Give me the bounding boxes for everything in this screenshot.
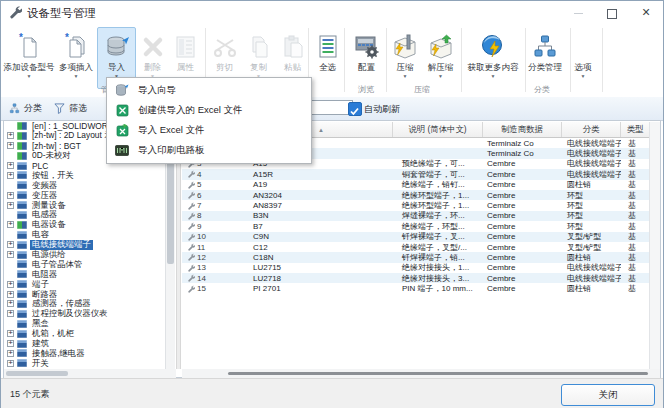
tree-item[interactable]: 端子 <box>4 279 165 289</box>
row-handle-cell[interactable]: 13 <box>182 263 223 272</box>
tab-filter[interactable]: 筛选 <box>49 100 92 116</box>
category-management-button[interactable]: 分类管理 <box>518 27 572 89</box>
tree-expander-icon[interactable] <box>7 202 14 209</box>
tree-expander-icon[interactable] <box>7 281 14 288</box>
tree-item[interactable]: 电线接线端端子 <box>4 240 165 250</box>
table-row[interactable]: 7 AN8397 绝缘环型端子，1... Cembre 环型 基 <box>182 200 649 210</box>
row-handle-cell[interactable]: 6 <box>182 191 223 200</box>
row-number: 11 <box>197 243 205 252</box>
tree-item[interactable]: 感测器，传感器 <box>4 299 165 309</box>
description-cell: 钎焊裸端子，销... <box>393 252 483 263</box>
maximize-button[interactable] <box>595 1 629 24</box>
tree-item-label: 按钮，开关 <box>30 170 76 180</box>
table-row[interactable]: 8 B3N 焊缝裸端子，环... Cembre 环型 基 <box>182 211 649 221</box>
tree-item[interactable]: 电容 <box>4 230 165 240</box>
row-handle-cell[interactable]: 15 <box>182 284 223 293</box>
row-handle-cell[interactable]: 7 <box>182 201 223 210</box>
column-header-type[interactable]: 类型 <box>621 122 649 137</box>
tree-expander-icon[interactable] <box>7 241 14 248</box>
table-row[interactable]: 13 LU2715 绝缘对接接头，1... Cembre 电线接线端端子 基 <box>182 263 649 273</box>
tree-expander-icon[interactable] <box>7 360 14 367</box>
close-dialog-button[interactable]: 关闭 <box>561 384 655 406</box>
scrollbar-thumb[interactable] <box>6 371 68 376</box>
table-row[interactable]: 14 LU2718 绝缘对接接头，3... Cembre 电线接线端端子 基 <box>182 273 649 283</box>
tree-expander-icon[interactable] <box>7 162 14 169</box>
ribbon-separator <box>461 28 462 92</box>
options-button[interactable]: 选项 ▼ <box>567 27 599 89</box>
tree-item[interactable]: 过程控制及仪器仪表 <box>4 309 165 319</box>
column-header-description[interactable]: 说明 (简体中文) <box>393 122 483 137</box>
table-row[interactable]: 6 AN3204 绝缘环型端子，1... Cembre 环型 基 <box>182 190 649 200</box>
category-icon <box>17 181 27 189</box>
tree-item[interactable]: 黑盒 <box>4 319 165 329</box>
tree-expander-icon[interactable] <box>7 221 14 228</box>
table-row[interactable]: 9 B7 绝缘端子，环型... Cembre 环型 基 <box>182 221 649 231</box>
tree-expander-icon[interactable] <box>7 350 14 357</box>
tree-item[interactable]: 电器设备 <box>4 220 165 230</box>
tree-expander-icon[interactable] <box>7 251 14 258</box>
dropdown-arrow-icon: ▼ <box>3 73 55 80</box>
table-horizontal-scrollbar[interactable] <box>182 369 660 378</box>
tree-item[interactable]: 电子管晶体管 <box>4 259 165 269</box>
row-handle-cell[interactable]: 11 <box>182 243 223 252</box>
tree-item[interactable]: 按钮，开关 <box>4 170 165 180</box>
part-number-cell: PI 2701 <box>223 284 393 293</box>
manufacturer-cell: Cembre <box>483 201 562 210</box>
multi-insert-button[interactable]: * 多项插入 ▼ <box>54 27 98 89</box>
select-all-button[interactable]: 全选 <box>310 27 345 89</box>
decompress-button[interactable]: 解压缩 ▼ <box>420 27 461 89</box>
minimize-button[interactable] <box>561 1 595 24</box>
menu-item-import-wizard[interactable]: 导入向导 <box>107 80 311 100</box>
column-header-manufacturer[interactable]: 制造商数据 <box>483 122 562 137</box>
tree-item[interactable]: 电感器 <box>4 210 165 220</box>
menu-item-import-excel[interactable]: 导入 Excel 文件 <box>107 120 311 140</box>
compress-button[interactable]: 压缩 ▼ <box>388 27 422 89</box>
tree-item[interactable]: 开关 <box>4 358 165 368</box>
tree-expander-icon[interactable] <box>7 300 14 307</box>
tree-expander-icon[interactable] <box>7 172 14 179</box>
funnel-icon <box>54 103 65 114</box>
table-vertical-scrollbar[interactable] <box>649 122 660 369</box>
tree-item[interactable]: 变压器 <box>4 190 165 200</box>
tree-item[interactable]: 断路器 <box>4 289 165 299</box>
table-row[interactable]: 10 C9N 钎焊裸端子，叉... Cembre 叉型/铲型 基 <box>182 232 649 242</box>
menu-item-import-pcb[interactable]: 导入印刷电路板 <box>107 140 311 160</box>
row-handle-cell[interactable]: 9 <box>182 222 223 231</box>
auto-refresh-checkbox[interactable] <box>348 102 362 116</box>
tree-item[interactable]: 建筑 <box>4 339 165 349</box>
tree-item[interactable]: 变频器 <box>4 180 165 190</box>
add-device-model-button[interactable]: * 添加设备型号 ▼ <box>2 27 56 89</box>
tree-expander-icon[interactable] <box>7 330 14 337</box>
table-row[interactable]: 4 A15R 铜套管端子，可... Cembre 电线接线端端子 基 <box>182 169 649 179</box>
close-window-button[interactable]: × <box>629 1 663 24</box>
menu-item-create-excel[interactable]: 创建供导入的 Excel 文件 <box>107 100 311 120</box>
tree-item[interactable]: 电源供给 <box>4 250 165 260</box>
tree-horizontal-scrollbar[interactable] <box>4 369 176 378</box>
table-row[interactable]: 5 A19 绝缘端子，销钉... Cembre 圆柱销 基 <box>182 180 649 190</box>
configure-button[interactable]: 配置 <box>348 27 385 89</box>
tree-item[interactable]: 接触器,继电器 <box>4 348 165 358</box>
row-handle-cell[interactable]: 10 <box>182 232 223 241</box>
tree-item[interactable]: 电阻器 <box>4 269 165 279</box>
get-more-content-button[interactable]: 获取更多内容 ▼ <box>463 27 523 89</box>
tree-expander-icon[interactable] <box>7 132 14 139</box>
tree-expander-icon[interactable] <box>7 291 14 298</box>
column-header-category[interactable]: 分类 <box>562 122 621 137</box>
table-row[interactable]: 15 PI 2701 PIN 端子，10 mm... Cembre 圆柱销 基 <box>182 283 649 293</box>
row-handle-cell[interactable]: 14 <box>182 274 223 283</box>
row-handle-cell[interactable]: 8 <box>182 211 223 220</box>
tab-category[interactable]: 分类 <box>4 100 47 116</box>
dropdown-arrow-icon: ▼ <box>389 73 421 80</box>
tree-expander-icon[interactable] <box>7 142 14 149</box>
tree-expander-icon[interactable] <box>7 340 14 347</box>
table-row[interactable]: 11 C12 绝缘端子，叉型/... Cembre 叉型/铲型 基 <box>182 242 649 252</box>
scrollbar-thumb[interactable] <box>228 372 648 375</box>
tree-item[interactable]: 机箱，机柜 <box>4 329 165 339</box>
tree-item[interactable]: 测量设备 <box>4 200 165 210</box>
row-handle-cell[interactable]: 4 <box>182 170 223 179</box>
row-handle-cell[interactable]: 12 <box>182 253 223 262</box>
row-handle-cell[interactable]: 5 <box>182 180 223 189</box>
tree-expander-icon[interactable] <box>7 192 14 199</box>
table-row[interactable]: 12 C18N 钎焊裸端子，销... Cembre 圆柱销 基 <box>182 252 649 262</box>
tree-expander-icon[interactable] <box>7 310 14 317</box>
